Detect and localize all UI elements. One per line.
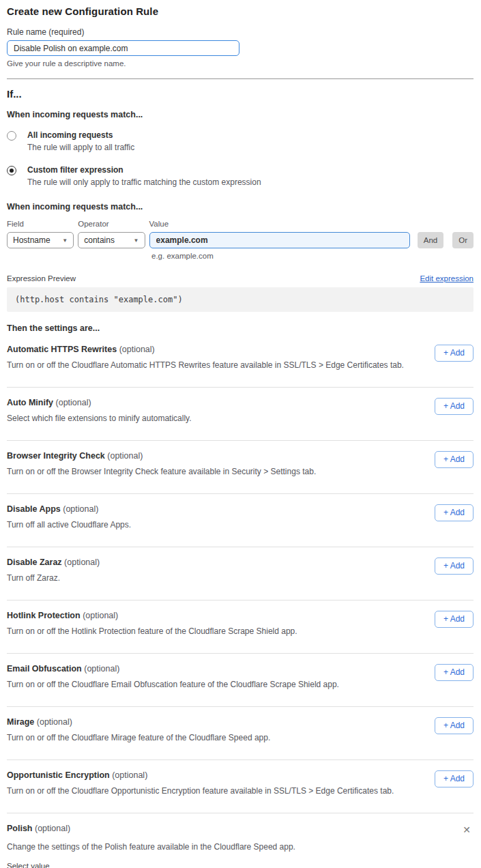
add-button[interactable]: + Add	[435, 504, 473, 521]
section-divider	[7, 78, 473, 79]
setting-row-hotlink-protection: Hotlink Protection (optional) Turn on or…	[7, 601, 473, 654]
setting-description: Change the settings of the Polish featur…	[7, 842, 473, 852]
setting-name: Polish	[7, 824, 33, 833]
optional-label: (optional)	[119, 345, 155, 354]
operator-select-value: contains	[84, 235, 115, 245]
radio-option-all-requests[interactable]: All incoming requests The rule will appl…	[7, 130, 473, 152]
expression-preview-label: Expression Preview	[7, 274, 76, 283]
setting-title: Automatic HTTPS Rewrites (optional)	[7, 345, 404, 354]
setting-row-polish: Polish (optional) ✕ Change the settings …	[7, 813, 473, 868]
setting-description: Turn on or off the Cloudflare Mirage fea…	[7, 733, 270, 742]
radio-description: The rule will only apply to traffic matc…	[27, 177, 261, 187]
expression-preview-code: (http.host contains "example.com")	[7, 287, 473, 312]
setting-title: Mirage (optional)	[7, 717, 270, 727]
request-match-radio-group: All incoming requests The rule will appl…	[7, 130, 473, 187]
add-button[interactable]: + Add	[435, 345, 473, 362]
setting-description: Turn off all active Cloudflare Apps.	[7, 520, 131, 530]
radio-label: Custom filter expression	[27, 165, 261, 175]
chevron-down-icon: ▼	[134, 237, 139, 244]
setting-description: Turn on or off the Cloudflare Opportunis…	[7, 786, 394, 796]
setting-title: Disable Zaraz (optional)	[7, 558, 100, 567]
if-heading: If...	[7, 88, 473, 100]
then-heading: Then the settings are...	[7, 323, 473, 333]
setting-row-browser-integrity-check: Browser Integrity Check (optional) Turn …	[7, 441, 473, 494]
radio-description: The rule will apply to all traffic	[27, 143, 134, 152]
setting-row-mirage: Mirage (optional) Turn on or off the Clo…	[7, 707, 473, 760]
settings-list: Automatic HTTPS Rewrites (optional) Turn…	[7, 334, 473, 868]
optional-label: (optional)	[35, 824, 70, 833]
add-button[interactable]: + Add	[435, 717, 473, 734]
builder-heading: When incoming requests match...	[7, 202, 473, 212]
setting-name: Mirage	[7, 717, 34, 727]
setting-description: Turn off Zaraz.	[7, 573, 100, 583]
optional-label: (optional)	[84, 664, 119, 674]
setting-title: Email Obfuscation (optional)	[7, 664, 339, 674]
optional-label: (optional)	[56, 398, 91, 407]
operator-label: Operator	[78, 220, 145, 228]
radio-label: All incoming requests	[27, 130, 134, 140]
setting-title: Opportunistic Encryption (optional)	[7, 770, 394, 780]
setting-title: Polish (optional)	[7, 824, 70, 833]
add-button[interactable]: + Add	[435, 451, 473, 468]
setting-name: Opportunistic Encryption	[7, 770, 110, 780]
add-button[interactable]: + Add	[435, 558, 473, 575]
operator-select[interactable]: contains ▼	[78, 232, 145, 248]
optional-label: (optional)	[64, 558, 100, 567]
setting-title: Disable Apps (optional)	[7, 504, 131, 514]
chevron-down-icon: ▼	[62, 237, 68, 244]
setting-title: Browser Integrity Check (optional)	[7, 451, 316, 461]
match-heading: When incoming requests match...	[7, 110, 473, 119]
optional-label: (optional)	[37, 717, 72, 727]
or-button[interactable]: Or	[452, 232, 473, 248]
setting-title: Auto Minify (optional)	[7, 398, 192, 407]
field-select[interactable]: Hostname ▼	[7, 232, 74, 248]
value-helper: e.g. example.com	[151, 252, 473, 260]
setting-name: Auto Minify	[7, 398, 53, 407]
expression-builder-row: Field Hostname ▼ Operator contains ▼ Val…	[7, 220, 473, 248]
setting-row-auto-minify: Auto Minify (optional) Select which file…	[7, 388, 473, 441]
add-button[interactable]: + Add	[435, 611, 473, 628]
setting-name: Disable Zaraz	[7, 558, 62, 567]
setting-title: Hotlink Protection (optional)	[7, 611, 297, 620]
optional-label: (optional)	[83, 611, 118, 620]
setting-description: Select which file extensions to minify a…	[7, 414, 192, 423]
setting-row-disable-apps: Disable Apps (optional) Turn off all act…	[7, 494, 473, 547]
setting-row-email-obfuscation: Email Obfuscation (optional) Turn on or …	[7, 654, 473, 707]
setting-row-disable-zaraz: Disable Zaraz (optional) Turn off Zaraz.…	[7, 547, 473, 601]
field-label: Field	[7, 220, 74, 228]
optional-label: (optional)	[107, 451, 143, 461]
setting-name: Automatic HTTPS Rewrites	[7, 345, 117, 354]
setting-row-automatic-https-rewrites: Automatic HTTPS Rewrites (optional) Turn…	[7, 334, 473, 388]
radio-option-custom-filter[interactable]: Custom filter expression The rule will o…	[7, 165, 473, 187]
rule-name-input[interactable]	[7, 40, 239, 56]
optional-label: (optional)	[63, 504, 98, 514]
page-title: Create new Configuration Rule	[7, 5, 473, 17]
select-value-label: Select value	[7, 862, 473, 868]
close-icon[interactable]: ✕	[460, 824, 473, 836]
add-button[interactable]: + Add	[435, 770, 473, 787]
and-button[interactable]: And	[418, 232, 443, 248]
value-input[interactable]	[149, 232, 410, 248]
setting-description: Turn on or off the Cloudflare Automatic …	[7, 360, 404, 370]
add-button[interactable]: + Add	[435, 398, 473, 415]
optional-label: (optional)	[112, 770, 147, 780]
configuration-rule-form: Create new Configuration Rule Rule name …	[0, 0, 481, 868]
setting-description: Turn on or off the Cloudflare Email Obfu…	[7, 680, 339, 689]
setting-description: Turn on or off the Browser Integrity Che…	[7, 467, 316, 476]
add-button[interactable]: + Add	[435, 664, 473, 681]
radio-icon[interactable]	[7, 131, 16, 141]
rule-name-helper: Give your rule a descriptive name.	[7, 59, 473, 68]
radio-icon-selected[interactable]	[7, 166, 16, 175]
setting-name: Email Obfuscation	[7, 664, 82, 674]
setting-description: Turn on or off the Hotlink Protection fe…	[7, 626, 297, 636]
value-label: Value	[149, 220, 410, 228]
rule-name-label: Rule name (required)	[7, 27, 473, 37]
setting-name: Hotlink Protection	[7, 611, 81, 620]
field-select-value: Hostname	[13, 235, 50, 245]
edit-expression-link[interactable]: Edit expression	[420, 274, 473, 283]
setting-name: Disable Apps	[7, 504, 61, 514]
setting-row-opportunistic-encryption: Opportunistic Encryption (optional) Turn…	[7, 760, 473, 813]
setting-name: Browser Integrity Check	[7, 451, 105, 461]
